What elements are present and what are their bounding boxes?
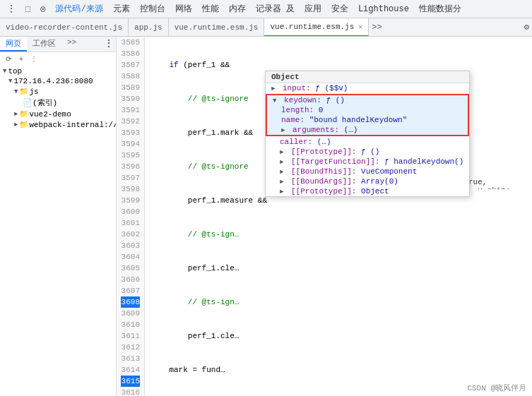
tree-item-top[interactable]: ▼ top [0,66,116,76]
sidebar-more-icon[interactable]: ⋮ [102,37,116,52]
devtools-icon[interactable]: ⋮ [3,2,20,16]
file-icon: 📄 [23,98,32,107]
menu-bar: ⋮ ⬚ ◎ 源代码/来源 元素 控制台 网络 性能 内存 记录器 及 应用 安全… [0,0,532,18]
sidebar: 网页 工作区 >> ⋮ ⟳ + ⋮ ▼ top ▼ 172.16.4.236:8… [0,37,117,396]
keydown-highlight-box: ▼ keydown: ƒ () length: 0 name: "bound h… [266,94,469,136]
menu-recorder[interactable]: 记录器 及 [252,1,299,16]
tree-item-index[interactable]: 📄 (索引) [0,97,116,109]
menu-lighthouse[interactable]: Lighthouse [354,3,413,16]
popup-item-boundargs[interactable]: ► [[BoundArgs]]: Array(0) [266,176,469,186]
menu-perf-data[interactable]: 性能数据分 [415,1,466,16]
popup-item-length: length: 0 [267,105,468,115]
tree-label: top [8,67,22,76]
inspect-icon[interactable]: ⬚ [21,2,35,16]
tree-label: js [29,88,38,96]
tree-label: (索引) [32,97,57,108]
menu-application[interactable]: 应用 [300,1,326,16]
tree-item-webpack[interactable]: ► 📁 webpack-internal:// [0,119,116,130]
sidebar-dots-icon[interactable]: ⋮ [28,54,40,65]
tab-label: app.js [134,23,162,32]
main-layout: 网页 工作区 >> ⋮ ⟳ + ⋮ ▼ top ▼ 172.16.4.236:8… [0,37,532,396]
tree-arrow: ► [14,121,18,128]
sidebar-tab-more[interactable]: >> [61,37,82,52]
tab-bar: video-recorder-content.js app.js vue.run… [0,18,532,37]
tree-item-vue2demo[interactable]: ► 📁 vue2-demo [0,109,116,119]
popup-item-caller: caller: (…) [266,137,469,147]
menu-source[interactable]: 源代码/来源 [51,1,107,16]
popup-item-boundthis[interactable]: ► [[BoundThis]]: VueComponent [266,167,469,176]
tab-label: video-recorder-content.js [6,23,122,32]
expand-icon: ► [280,188,283,196]
popup-item-prototype1[interactable]: ► [[Prototype]]: ƒ () [266,147,469,157]
sidebar-toolbar: ⟳ + ⋮ [0,52,116,66]
tree-label: 172.16.4.236:8080 [13,77,93,85]
tree-arrow: ▼ [14,88,18,95]
expand-icon: ► [280,179,283,186]
folder-icon: 📁 [19,120,29,129]
popup-item-targetfunction[interactable]: ► [[TargetFunction]]: ƒ handelKeydown() [266,157,469,167]
expand-icon: ► [280,169,283,176]
tab-label: vue.runtime.esm.js [175,23,259,32]
menu-security[interactable]: 安全 [327,1,353,16]
popup-item-name: name: "bound handelKeydown" [267,115,468,125]
code-area: 3585 3586 3587 3588 3589 3590 3591 3592 … [117,37,532,396]
tab-video-recorder[interactable]: video-recorder-content.js [0,18,129,37]
expand-icon: ► [280,149,283,156]
menu-performance[interactable]: 性能 [198,1,223,16]
menu-network[interactable]: 网络 [171,1,196,16]
tab-vue-runtime-2[interactable]: vue.runtime.esm.js ✕ [264,18,369,37]
expand-icon: ▼ [273,97,276,104]
sidebar-refresh-icon[interactable]: ⟳ [3,54,14,65]
menu-elements[interactable]: 元素 [109,1,134,16]
tab-label: vue.runtime.esm.js [270,23,354,31]
folder-icon: 📁 [19,87,29,96]
popup-item-prototype2[interactable]: ► [[Prototype]]: Object [266,186,469,196]
tab-vue-runtime-1[interactable]: vue.runtime.esm.js [169,18,265,37]
popup-item-input[interactable]: ► input: ƒ ($$v) [266,83,469,93]
menu-memory[interactable]: 内存 [225,1,250,16]
popup-item-arguments[interactable]: ► arguments: (…) [267,125,468,135]
console-icon[interactable]: ◎ [36,2,49,16]
folder-icon: 📁 [19,109,29,119]
object-popup: Object ► input: ƒ ($$v) ▼ keydown: ƒ () … [265,71,470,197]
popup-item-keydown[interactable]: ▼ keydown: ƒ () [267,95,468,105]
tree-label: webpack-internal:// [29,121,117,129]
sidebar-tabs: 网页 工作区 >> ⋮ [0,37,116,52]
line-numbers: 3585 3586 3587 3588 3589 3590 3591 3592 … [117,37,145,396]
sidebar-tab-webpage[interactable]: 网页 [0,37,27,52]
tab-app[interactable]: app.js [129,18,169,37]
right-overflow-text: rue, __v_skip: [468,178,532,189]
tab-settings-icon[interactable]: ⚙ [521,22,532,32]
menu-console[interactable]: 控制台 [136,1,170,16]
expand-icon: ► [271,85,275,92]
tab-overflow-icon[interactable]: >> [369,23,384,32]
tree-item-js[interactable]: ▼ 📁 js [0,86,116,97]
popup-title: Object [266,71,469,83]
tree-item-ip[interactable]: ▼ 172.16.4.236:8080 [0,76,116,86]
tab-close-icon[interactable]: ✕ [358,23,362,31]
sidebar-tab-workspace[interactable]: 工作区 [27,37,61,52]
tree-arrow: ▼ [8,78,12,85]
expand-icon: ► [280,159,283,166]
expand-icon: ► [281,127,285,134]
sidebar-add-icon[interactable]: + [16,54,27,65]
tree-arrow: ► [14,111,18,118]
tree-label: vue2-demo [29,110,71,119]
tree-arrow: ▼ [3,68,6,75]
watermark: CSDN @晓风伴月 [467,383,526,393]
